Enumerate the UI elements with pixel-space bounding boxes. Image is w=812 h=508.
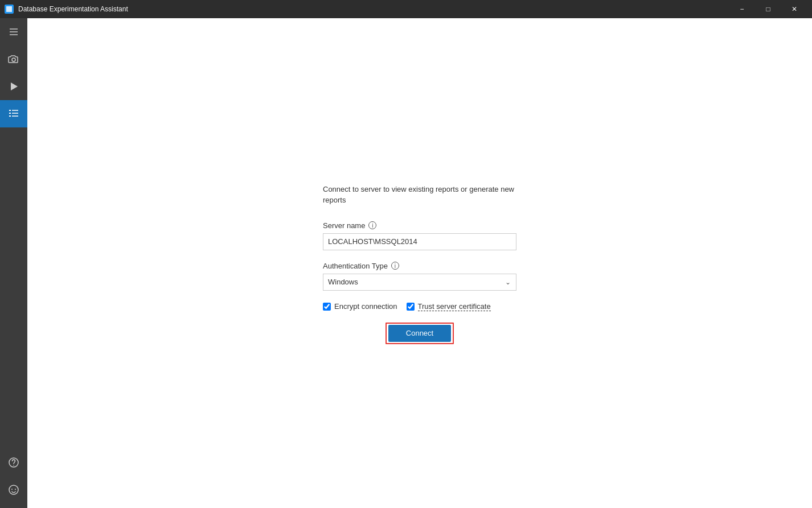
- trust-cert-checkbox[interactable]: [407, 303, 415, 311]
- svg-point-13: [13, 465, 14, 466]
- titlebar: Database Experimentation Assistant − □ ✕: [0, 0, 812, 18]
- svg-rect-8: [9, 113, 11, 114]
- svg-rect-0: [6, 6, 12, 12]
- svg-point-4: [12, 58, 15, 61]
- server-name-label: Server name i: [323, 221, 516, 230]
- titlebar-left: Database Experimentation Assistant: [5, 5, 128, 14]
- form-description: Connect to server to view existing repor…: [323, 184, 516, 205]
- sidebar-item-replay[interactable]: [0, 73, 27, 100]
- svg-point-16: [15, 489, 16, 490]
- svg-rect-10: [9, 115, 11, 117]
- feedback-icon: [8, 484, 19, 495]
- sidebar-item-analysis[interactable]: [0, 100, 27, 127]
- encrypt-connection-label: Encrypt connection: [334, 302, 397, 311]
- encrypt-connection-checkbox[interactable]: [323, 303, 331, 311]
- sidebar-item-menu[interactable]: [0, 18, 27, 46]
- menu-icon: [8, 26, 19, 38]
- play-icon: [8, 81, 19, 92]
- main-content: Connect to server to view existing repor…: [27, 18, 812, 508]
- trust-cert-label: Trust server certificate: [418, 302, 491, 311]
- sidebar-bottom: [0, 449, 27, 508]
- auth-type-group: Authentication Type i Windows SQL Server…: [323, 262, 516, 291]
- camera-icon: [8, 53, 19, 65]
- minimize-button[interactable]: −: [729, 0, 755, 18]
- trust-cert-checkbox-item[interactable]: Trust server certificate: [407, 302, 491, 311]
- server-name-info-icon[interactable]: i: [368, 221, 376, 229]
- auth-type-info-icon[interactable]: i: [391, 262, 399, 270]
- auth-type-select[interactable]: Windows SQL Server: [323, 274, 516, 291]
- app-icon: [5, 5, 14, 14]
- auth-type-label: Authentication Type i: [323, 262, 516, 270]
- svg-rect-6: [9, 110, 11, 111]
- maximize-button[interactable]: □: [755, 0, 781, 18]
- sidebar: [0, 18, 27, 508]
- svg-marker-5: [11, 82, 18, 90]
- close-button[interactable]: ✕: [781, 0, 807, 18]
- connect-button-wrapper: Connect: [323, 325, 516, 342]
- encrypt-connection-checkbox-item[interactable]: Encrypt connection: [323, 302, 397, 311]
- sidebar-item-feedback[interactable]: [0, 476, 27, 503]
- list-icon: [8, 108, 19, 119]
- app-body: Connect to server to view existing repor…: [0, 18, 812, 508]
- app-title: Database Experimentation Assistant: [18, 5, 128, 13]
- svg-point-15: [11, 489, 13, 490]
- sidebar-item-capture[interactable]: [0, 46, 27, 73]
- server-name-input[interactable]: [323, 233, 516, 250]
- connect-form-panel: Connect to server to view existing repor…: [323, 184, 516, 341]
- auth-type-select-wrapper: Windows SQL Server ⌄: [323, 274, 516, 291]
- connect-button[interactable]: Connect: [388, 325, 451, 342]
- sidebar-item-help[interactable]: [0, 449, 27, 476]
- checkboxes-row: Encrypt connection Trust server certific…: [323, 302, 491, 311]
- server-name-group: Server name i: [323, 221, 516, 250]
- help-icon: [8, 457, 19, 468]
- window-controls: − □ ✕: [729, 0, 807, 18]
